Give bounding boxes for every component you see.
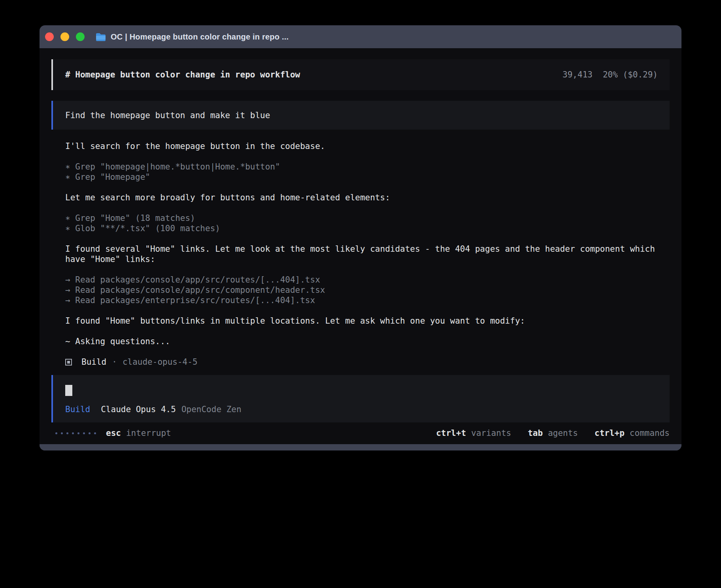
folder-icon	[95, 32, 106, 41]
titlebar[interactable]: OC | Homepage button color change in rep…	[40, 25, 681, 48]
esc-key-hint: esc	[106, 428, 121, 438]
session-stats: 39,413 20% ($0.29)	[562, 70, 658, 80]
terminal-window: OC | Homepage button color change in rep…	[40, 25, 681, 450]
assistant-text: Let me search more broadly for buttons a…	[65, 192, 656, 203]
asking-questions-status: ~ Asking questions...	[65, 336, 656, 347]
user-message-text: Find the homepage button and make it blu…	[65, 110, 270, 121]
agent-name: Build	[81, 357, 106, 367]
terminal-content: # Homepage button color change in repo w…	[40, 48, 681, 444]
prompt-meta: Build Claude Opus 4.5 OpenCode Zen	[65, 404, 657, 415]
hint-variants: ctrl+t variants	[436, 428, 511, 438]
traffic-lights	[45, 32, 85, 41]
window-title: OC | Homepage button color change in rep…	[111, 32, 289, 41]
agent-model: claude-opus-4-5	[123, 357, 198, 367]
spinner-dots	[55, 432, 96, 434]
tool-call-read: → Read packages/enterprise/src/routes/[.…	[65, 295, 656, 305]
prompt-model-label: Claude Opus 4.5	[101, 404, 176, 415]
tool-call-grep: ∗ Grep "Home" (18 matches)	[65, 213, 656, 223]
transcript: I'll search for the homepage button in t…	[51, 141, 670, 367]
text-cursor	[65, 385, 72, 396]
agent-badge: Build · claude-opus-4-5	[65, 357, 656, 367]
badge-separator: ·	[112, 357, 117, 367]
prompt-input[interactable]: Build Claude Opus 4.5 OpenCode Zen	[51, 375, 670, 422]
zoom-button[interactable]	[76, 32, 85, 41]
tool-call-read: → Read packages/console/app/src/componen…	[65, 285, 656, 295]
tool-call-group: ∗ Grep "Home" (18 matches) ∗ Glob "**/*.…	[65, 213, 656, 234]
close-button[interactable]	[45, 32, 54, 41]
tool-call-grep: ∗ Grep "Homepage"	[65, 172, 656, 182]
session-header: # Homepage button color change in repo w…	[51, 59, 670, 90]
tool-call-read: → Read packages/console/app/src/routes/[…	[65, 275, 656, 285]
agent-square-icon	[65, 359, 72, 366]
hint-commands: ctrl+p commands	[595, 428, 670, 438]
minimize-button[interactable]	[60, 32, 69, 41]
assistant-text: I found several "Home" links. Let me loo…	[65, 244, 656, 264]
assistant-text: I'll search for the homepage button in t…	[65, 141, 656, 151]
prompt-provider-label: OpenCode Zen	[181, 404, 242, 415]
tool-call-grep: ∗ Grep "homepage|home.*button|Home.*butt…	[65, 162, 656, 172]
assistant-text: I found "Home" buttons/links in multiple…	[65, 316, 656, 326]
user-message: Find the homepage button and make it blu…	[51, 101, 670, 130]
window-bottom-edge	[40, 444, 681, 450]
tool-call-group: ∗ Grep "homepage|home.*button|Home.*butt…	[65, 162, 656, 182]
keyboard-hints: ctrl+t variants tab agents ctrl+p comman…	[436, 428, 670, 438]
status-bar: esc interrupt ctrl+t variants tab agents…	[51, 428, 670, 438]
context-cost: 20% ($0.29)	[603, 70, 658, 80]
tool-call-group: → Read packages/console/app/src/routes/[…	[65, 275, 656, 305]
session-title: # Homepage button color change in repo w…	[65, 70, 300, 80]
token-count: 39,413	[562, 70, 593, 80]
hint-agents: tab agents	[528, 428, 578, 438]
prompt-agent-label: Build	[65, 404, 90, 415]
interrupt-label: interrupt	[126, 428, 171, 438]
tool-call-glob: ∗ Glob "**/*.tsx" (100 matches)	[65, 223, 656, 234]
